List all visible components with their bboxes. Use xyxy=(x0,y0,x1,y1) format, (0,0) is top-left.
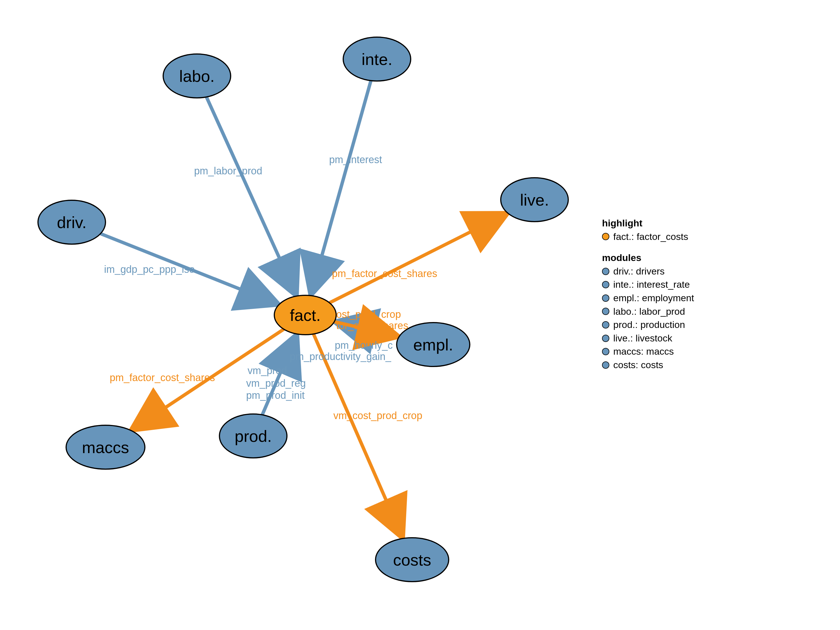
legend-dot xyxy=(602,294,609,302)
legend-dot xyxy=(602,321,609,328)
legend-label: costs: costs xyxy=(613,358,663,372)
node-live: live. xyxy=(501,178,568,222)
legend-highlight-title: highlight xyxy=(602,216,694,230)
node-live-label: live. xyxy=(520,191,549,209)
node-fact-label: fact. xyxy=(290,306,321,324)
node-fact: fact. xyxy=(274,295,336,335)
legend-item: live.: livestock xyxy=(602,332,694,345)
legend-label: labo.: labor_prod xyxy=(613,305,685,318)
legend-dot xyxy=(602,348,609,355)
node-empl-label: empl. xyxy=(413,336,453,354)
edge-label-pm_labor_prod: pm_labor_prod xyxy=(194,165,262,177)
edge-label-pm_hourly_c: pm_hourly_c xyxy=(335,339,393,351)
legend-dot xyxy=(602,233,609,240)
node-prod-label: prod. xyxy=(235,427,272,445)
legend-dot xyxy=(602,268,609,275)
legend-label: fact.: factor_costs xyxy=(613,230,688,243)
edge-label-pm_interest: pm_interest xyxy=(329,154,382,165)
legend-item: costs: costs xyxy=(602,358,694,372)
legend-label: live.: livestock xyxy=(613,332,672,345)
legend-item: maccs: maccs xyxy=(602,345,694,358)
legend-dot xyxy=(602,362,609,369)
node-maccs-label: maccs xyxy=(82,438,129,456)
legend-item: labo.: labor_prod xyxy=(602,305,694,318)
edge-fact-costs xyxy=(313,334,403,538)
node-labo: labo. xyxy=(163,54,231,98)
node-inte-label: inte. xyxy=(362,50,392,68)
dependency-graph: fact.labo.inte.driv.live.empl.prod.maccs… xyxy=(0,0,840,630)
node-inte: inte. xyxy=(343,37,411,81)
legend-dot xyxy=(602,308,609,315)
edge-label-im_gdp_pc_ppp_iso: im_gdp_pc_ppp_iso xyxy=(104,264,195,275)
edge-label-vm_cost_prod_crop: vm_cost_prod_crop xyxy=(333,410,422,421)
legend-label: empl.: employment xyxy=(613,291,694,305)
legend-item: inte.: interest_rate xyxy=(602,278,694,291)
node-labo-label: labo. xyxy=(179,67,215,85)
edge-label-pm_prod_init: pm_prod_init xyxy=(246,390,305,401)
node-costs-label: costs xyxy=(393,551,431,569)
legend: highlight fact.: factor_costs modules dr… xyxy=(602,216,694,372)
legend-dot xyxy=(602,281,609,288)
node-costs: costs xyxy=(376,538,449,582)
node-driv-label: driv. xyxy=(57,213,86,232)
edge-label-pm_productivity_gain_: pm_productivity_gain_ xyxy=(290,351,391,362)
edge-label-vm_prod: vm_prod xyxy=(248,365,287,376)
legend-item: prod.: production xyxy=(602,318,694,332)
node-maccs: maccs xyxy=(66,425,145,469)
legend-label: prod.: production xyxy=(613,318,685,332)
legend-dot xyxy=(602,335,609,342)
edge-inte-fact xyxy=(311,81,371,295)
legend-label: driv.: drivers xyxy=(613,265,665,278)
edge-label-tor_cost_shares: tor_cost_shares xyxy=(336,320,408,331)
edge-labo-fact xyxy=(207,97,297,296)
legend-label: maccs: maccs xyxy=(613,345,674,358)
edge-label-pm_factor_cost_shares: pm_factor_cost_shares xyxy=(332,268,437,279)
node-driv: driv. xyxy=(38,200,106,244)
edge-label-pm_factor_cost_shares: pm_factor_cost_shares xyxy=(110,372,215,383)
legend-item: empl.: employment xyxy=(602,291,694,305)
legend-modules-title: modules xyxy=(602,251,694,265)
edge-label-ost_prod_crop: ost_prod_crop xyxy=(336,308,401,320)
node-prod: prod. xyxy=(219,414,287,458)
legend-label: inte.: interest_rate xyxy=(613,278,690,291)
edge-fact-live xyxy=(329,213,508,303)
legend-item: fact.: factor_costs xyxy=(602,230,694,243)
legend-item: driv.: drivers xyxy=(602,265,694,278)
edge-label-vm_prod_reg: vm_prod_reg xyxy=(246,377,306,389)
